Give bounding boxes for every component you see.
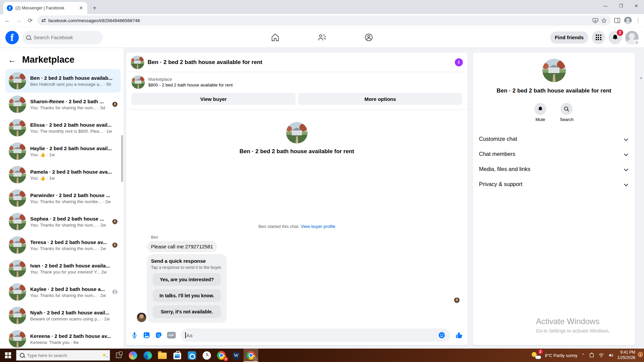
view-buyer-profile-link[interactable]: View buyer profile bbox=[301, 224, 335, 229]
taskbar-app-chrome-active[interactable] bbox=[244, 349, 258, 362]
conversation-row-kaylee[interactable]: Kaylee · 2 bed 2 bath house a... You: Th… bbox=[5, 280, 121, 304]
site-settings-icon[interactable] bbox=[42, 19, 46, 22]
start-button[interactable] bbox=[0, 349, 16, 362]
window-maximize-button[interactable]: ❐ bbox=[613, 0, 629, 11]
conversation-row-teresa[interactable]: Teresa · 2 bed 2 bath house av... You: T… bbox=[5, 233, 121, 257]
more-options-button[interactable]: More options bbox=[298, 93, 462, 105]
search-highlights-icon: ✦ bbox=[102, 352, 106, 358]
taskbar-clock[interactable]: 9:41 PM 1/25/2026 bbox=[618, 350, 635, 360]
conversation-time: 2w bbox=[101, 269, 107, 275]
listing-thumbnail bbox=[131, 75, 145, 89]
conversation-row-ben[interactable]: Ben · 2 bed 2 bath house availab... Ben … bbox=[5, 69, 121, 93]
conversation-info-icon[interactable]: i bbox=[455, 58, 463, 66]
taskbar-app-edge[interactable] bbox=[140, 349, 155, 362]
reload-button[interactable]: ⟳ bbox=[26, 17, 34, 24]
conversation-row-elissa[interactable]: Elissa · 2 bed 2 bath house avail... You… bbox=[5, 116, 121, 139]
weather-text[interactable]: 8°C Partly sunny bbox=[545, 353, 578, 358]
conversation-row-ivan[interactable]: Ivan · 2 bed 2 bath house availa... You:… bbox=[5, 257, 121, 280]
listing-avatar bbox=[9, 142, 26, 160]
voice-clip-icon[interactable] bbox=[131, 331, 138, 339]
forward-button[interactable]: → bbox=[15, 17, 23, 24]
conversation-row-kereena[interactable]: Kereena · 2 bed 2 bath house av... Keree… bbox=[5, 327, 121, 351]
conversation-row-haylie[interactable]: Haylie · 2 bed 2 bath house avail... You… bbox=[5, 139, 121, 163]
section-customize-chat[interactable]: Customize chat bbox=[473, 131, 635, 146]
browser-menu-icon[interactable]: ⋮ bbox=[636, 17, 641, 23]
section-privacy-support[interactable]: Privacy & support bbox=[473, 177, 635, 192]
taskbar-app-chrome-profile[interactable]: S bbox=[214, 349, 229, 362]
search-action[interactable]: Search bbox=[560, 103, 574, 122]
quick-response-option-2[interactable]: In talks. I'll let you know. bbox=[153, 289, 221, 302]
conversation-time: · 1w bbox=[46, 152, 55, 157]
browser-profile-avatar[interactable] bbox=[624, 17, 632, 24]
mute-action[interactable]: Mute bbox=[534, 103, 546, 122]
back-button[interactable]: ← bbox=[3, 17, 11, 24]
back-arrow-icon[interactable]: ← bbox=[8, 55, 16, 65]
conversation-row-sharon-renee[interactable]: Sharon-Renee · 2 bed 2 bath ... You: Tha… bbox=[5, 93, 121, 116]
facebook-search-input[interactable] bbox=[34, 35, 94, 40]
section-chat-members[interactable]: Chat members bbox=[473, 146, 635, 162]
section-label: Customize chat bbox=[479, 136, 517, 142]
message-bubble[interactable]: Please call me 2792712581 bbox=[147, 241, 217, 252]
tab-close-icon[interactable]: ✕ bbox=[78, 5, 84, 11]
find-friends-button[interactable]: Find friends bbox=[550, 32, 588, 44]
conversation-preview: You: Thanks for sharing the num... bbox=[30, 223, 97, 228]
taskbar-search[interactable]: ✦ bbox=[16, 350, 110, 361]
url-text: facebook.com/messages/t/825649466566746 bbox=[48, 18, 590, 23]
taskbar-app-outlook[interactable] bbox=[184, 349, 199, 362]
conversation-time: · 2w bbox=[102, 199, 111, 204]
window-close-button[interactable]: ✕ bbox=[629, 0, 644, 11]
profile-avatar[interactable]: ⌄ bbox=[625, 31, 639, 44]
emoji-icon[interactable] bbox=[438, 331, 445, 339]
conversation-row-parwinder[interactable]: Parwinder · 2 bed 2 bath house ... You: … bbox=[5, 186, 121, 210]
home-icon[interactable] bbox=[271, 33, 280, 42]
send-to-device-icon[interactable] bbox=[592, 18, 598, 23]
facebook-search[interactable] bbox=[22, 31, 103, 44]
friends-icon[interactable] bbox=[317, 33, 327, 42]
conversation-title: Teresa · 2 bed 2 bath house av... bbox=[30, 239, 108, 245]
weather-icon[interactable]: 2 bbox=[532, 351, 541, 359]
browser-tab[interactable]: f (2) Messenger | Facebook ✕ bbox=[3, 2, 87, 14]
tray-device-icon[interactable] bbox=[589, 353, 594, 358]
quick-response-option-3[interactable]: Sorry, it's not available. bbox=[153, 305, 221, 318]
page-scrollbar-up-arrow[interactable]: ▲ bbox=[640, 76, 643, 79]
side-panel-icon[interactable] bbox=[614, 18, 620, 23]
chrome-profile-badge: S bbox=[223, 357, 228, 361]
chevron-down-icon: ⌄ bbox=[634, 40, 639, 45]
taskbar-app-copilot[interactable] bbox=[125, 349, 140, 362]
attach-image-icon[interactable] bbox=[143, 331, 150, 339]
window-minimize-button[interactable]: — bbox=[598, 0, 613, 11]
conversation-row-sophea[interactable]: Sophea · 2 bed 2 bath house ... You: Tha… bbox=[5, 210, 121, 233]
bookmark-star-icon[interactable] bbox=[601, 18, 607, 23]
view-buyer-button[interactable]: View buyer bbox=[131, 93, 296, 105]
activate-windows-line1: Activate Windows bbox=[536, 317, 610, 326]
taskbar-app-file-explorer[interactable] bbox=[155, 349, 170, 362]
tray-overflow-icon[interactable]: ⌃ bbox=[582, 353, 585, 358]
groups-icon[interactable] bbox=[364, 33, 373, 42]
gif-icon[interactable]: GIF bbox=[167, 332, 176, 339]
sidebar-scrollbar[interactable] bbox=[121, 135, 123, 182]
new-tab-button[interactable]: + bbox=[90, 3, 99, 13]
facebook-logo-icon[interactable]: f bbox=[5, 31, 19, 44]
thumbs-up-icon[interactable] bbox=[455, 331, 463, 339]
url-bar[interactable]: facebook.com/messages/t/825649466566746 bbox=[38, 15, 611, 25]
conversation-row-pamela[interactable]: Pamela · 2 bed 2 bath house ava... You: … bbox=[5, 163, 121, 186]
apps-grid-icon bbox=[596, 35, 601, 40]
conversation-title: Nyah · 2 bed 2 bath house avail... bbox=[30, 310, 117, 315]
sticker-icon[interactable] bbox=[155, 331, 162, 339]
task-view-button[interactable] bbox=[112, 349, 125, 362]
chat-avatar[interactable] bbox=[131, 56, 144, 69]
quick-response-title: Send a quick response bbox=[151, 258, 223, 264]
message-input[interactable]: Aa bbox=[180, 328, 450, 342]
volume-icon[interactable] bbox=[608, 353, 613, 358]
taskbar-app-wordpress[interactable]: W bbox=[229, 349, 244, 362]
apps-menu-button[interactable] bbox=[592, 31, 605, 44]
taskbar-app-store[interactable] bbox=[170, 349, 184, 362]
notifications-button[interactable]: 2 bbox=[608, 31, 622, 44]
conversation-row-nyah[interactable]: Nyah · 2 bed 2 bath house avail... Bewar… bbox=[5, 304, 121, 327]
taskbar-search-input[interactable] bbox=[27, 353, 99, 358]
section-media-files-links[interactable]: Media, files and links bbox=[473, 162, 635, 177]
wifi-icon[interactable] bbox=[598, 353, 604, 358]
taskbar-app-clock[interactable] bbox=[199, 349, 214, 362]
quick-response-option-1[interactable]: Yes, are you interested? bbox=[153, 273, 221, 286]
marketplace-banner: Marketplace $800 - 2 bed 2 bath house av… bbox=[126, 72, 468, 110]
